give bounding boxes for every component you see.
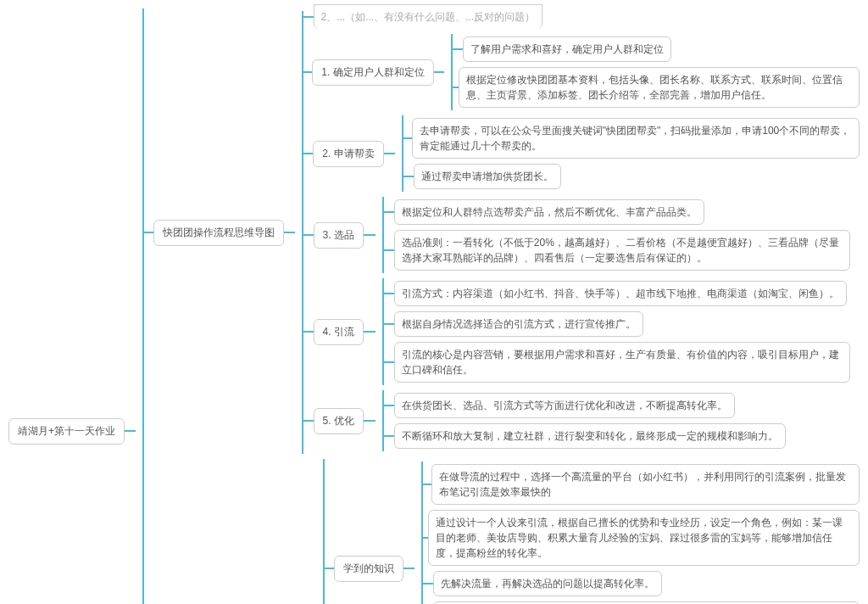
leaf-group: 去申请帮卖，可以在公众号里面搜关键词"快团团帮卖"，扫码批量添加，申请100个不…	[402, 115, 860, 192]
item-node[interactable]: 3. 选品	[314, 222, 364, 249]
root-children: 快团团操作流程思维导图 2、...（如...、有没有什么问题、...反对的问题）…	[142, 8, 860, 604]
branch1-node[interactable]: 快团团操作流程思维导图	[153, 220, 284, 246]
connector	[125, 430, 136, 432]
item-row: 1. 确定用户人群和定位 了解用户需求和喜好，确定用户人群和定位 根据定位修改快…	[303, 34, 860, 110]
leaf-group: 引流方式：内容渠道（如小红书、抖音、快手等）、超市线下地推、电商渠道（如淘宝、闲…	[382, 278, 850, 385]
leaf-node[interactable]: 引流方式：内容渠道（如小红书、抖音、快手等）、超市线下地推、电商渠道（如淘宝、闲…	[394, 281, 847, 306]
leaf-node[interactable]: 去申请帮卖，可以在公众号里面搜关键词"快团团帮卖"，扫码批量添加，申请100个不…	[412, 118, 860, 159]
connector	[364, 331, 376, 333]
item-node[interactable]: 2. 申请帮卖	[313, 141, 383, 167]
leaf-node[interactable]: 在供货团长、选品、引流方式等方面进行优化和改进，不断提高转化率。	[394, 393, 735, 418]
item-node[interactable]: 4. 引流	[314, 319, 364, 345]
connector	[434, 71, 444, 73]
leaf-node[interactable]: 通过帮卖申请增加供货团长。	[414, 164, 561, 189]
item-node[interactable]: 5. 优化	[314, 408, 364, 434]
connector	[403, 568, 415, 569]
item-node[interactable]: 学到的知识	[334, 556, 403, 582]
leaf-node[interactable]: 通过设计一个人设来引流，根据自己擅长的优势和专业经历，设定一个角色，例如：某一课…	[428, 510, 860, 566]
item-row: 2. 申请帮卖 去申请帮卖，可以在公众号里面搜关键词"快团团帮卖"，扫码批量添加…	[303, 115, 860, 192]
leaf-node[interactable]: 了解用户需求和喜好，确定用户人群和定位	[463, 36, 671, 62]
leaf-group: 在供货团长、选品、引流方式等方面进行优化和改进，不断提高转化率。 不断循环和放大…	[382, 390, 786, 451]
item-row: 3. 选品 根据定位和人群特点选帮卖产品，然后不断优化、丰富产品品类。 选品准则…	[303, 197, 860, 273]
item-row: 2、...（如...、有没有什么问题、...反对的问题）	[303, 4, 860, 29]
branch2-children: 学到的知识 在做导流的过程中，选择一个高流量的平台（如小红书），并利用同行的引流…	[323, 459, 860, 604]
leaf-group: 在做导流的过程中，选择一个高流量的平台（如小红书），并利用同行的引流案例，批量发…	[421, 461, 860, 604]
branch-row: 看了小伙伴作业后的几点思考 学到的知识 在做导流的过程中，选择一个高流量的平台（…	[144, 459, 860, 604]
leaf-group: 了解用户需求和喜好，确定用户人群和定位 根据定位修改快团团基本资料，包括头像、团…	[451, 34, 860, 110]
leaf-node[interactable]: 根据定位修改快团团基本资料，包括头像、团长名称、联系方式、联系时间、位置信息、主…	[459, 67, 860, 108]
item-row: 学到的知识 在做导流的过程中，选择一个高流量的平台（如小红书），并利用同行的引流…	[325, 461, 860, 604]
item-row: 4. 引流 引流方式：内容渠道（如小红书、抖音、快手等）、超市线下地推、电商渠道…	[303, 278, 860, 385]
mindmap-root: 靖湖月+第十一天作业 快团团操作流程思维导图 2、...（如...、有没有什么问…	[8, 8, 860, 604]
leaf-node[interactable]: 引流的核心是内容营销，要根据用户需求和喜好，生产有质量、有价值的内容，吸引目标用…	[394, 342, 850, 383]
leaf-node[interactable]: 先解决流量，再解决选品的问题以提高转化率。	[433, 571, 662, 596]
branch-row: 快团团操作流程思维导图 2、...（如...、有没有什么问题、...反对的问题）…	[144, 11, 860, 454]
leaf-node[interactable]: 选品准则：一看转化（不低于20%，越高越好）、二看价格（不是越便宜越好）、三看品…	[394, 230, 850, 271]
connector	[364, 420, 376, 422]
leaf-node[interactable]: 在做导流的过程中，选择一个高流量的平台（如小红书），并利用同行的引流案例，批量发…	[431, 464, 860, 505]
connector	[364, 234, 376, 236]
branch1-children: 2、...（如...、有没有什么问题、...反对的问题） 1. 确定用户人群和定…	[302, 11, 860, 454]
connector	[384, 153, 396, 154]
cut-node: 2、...（如...、有没有什么问题、...反对的问题）	[314, 4, 543, 29]
item-row: 5. 优化 在供货团长、选品、引流方式等方面进行优化和改进，不断提高转化率。 不…	[303, 390, 860, 451]
leaf-node[interactable]: 不断循环和放大复制，建立社群，进行裂变和转化，最终形成一定的规模和影响力。	[394, 423, 786, 449]
leaf-group: 根据定位和人群特点选帮卖产品，然后不断优化、丰富产品品类。 选品准则：一看转化（…	[382, 197, 850, 273]
leaf-node[interactable]: 根据定位和人群特点选帮卖产品，然后不断优化、丰富产品品类。	[394, 199, 704, 225]
connector	[284, 232, 295, 233]
item-node[interactable]: 1. 确定用户人群和定位	[312, 59, 433, 86]
root-node[interactable]: 靖湖月+第十一天作业	[8, 418, 125, 445]
leaf-node[interactable]: 根据自身情况选择适合的引流方式，进行宣传推广。	[394, 311, 643, 337]
